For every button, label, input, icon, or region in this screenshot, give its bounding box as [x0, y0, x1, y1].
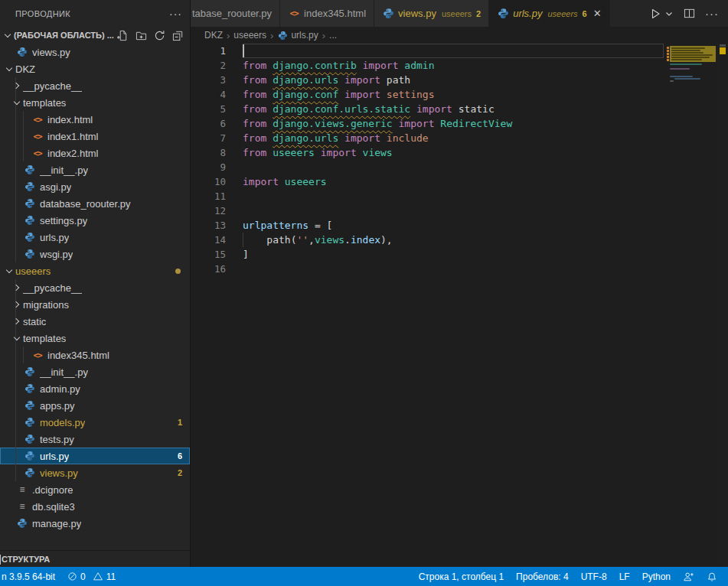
tree-item-__pycache__[interactable]: __pycache__ — [0, 279, 190, 296]
code-line-11[interactable]: 11 — [191, 189, 728, 203]
code-line-3[interactable]: 3from django.urls import path — [191, 73, 728, 87]
tree-item-admin.py[interactable]: admin.py — [0, 380, 190, 397]
code-line-2[interactable]: 2from django.contrib import admin — [191, 58, 728, 73]
tree-item-wsgi.py[interactable]: wsgi.py — [0, 246, 190, 262]
line-number[interactable]: 5 — [191, 102, 226, 116]
tree-item-manage.py[interactable]: manage.py — [0, 515, 190, 532]
indentation-status[interactable]: Пробелов: 4 — [510, 567, 575, 586]
breadcrumb-item-...[interactable]: ... — [329, 30, 337, 41]
tree-item-index2.html[interactable]: <>index2.html — [0, 145, 190, 161]
tree-item-__init__.py[interactable]: __init__.py — [0, 363, 190, 380]
tree-item-urls.py[interactable]: urls.py6 — [0, 448, 190, 464]
code-token: include — [387, 132, 429, 144]
line-number[interactable]: 14 — [191, 233, 226, 247]
line-number[interactable]: 10 — [191, 174, 226, 189]
tree-item-.dcignore[interactable]: ≡.dcignore — [0, 481, 190, 498]
tree-item-migrations[interactable]: migrations — [0, 296, 190, 313]
line-number[interactable]: 4 — [191, 87, 226, 102]
explorer-more-actions-icon[interactable]: ··· — [169, 8, 182, 20]
tab-bar: tabase_roouter.py<>index345.htmlviews.py… — [191, 0, 728, 27]
line-number[interactable]: 16 — [191, 262, 226, 276]
tree-item-database_roouter.py[interactable]: database_roouter.py — [0, 195, 190, 212]
line-number[interactable]: 12 — [191, 203, 226, 218]
collapse-all-icon[interactable] — [171, 29, 184, 41]
cursor-position-status[interactable]: Строка 1, столбец 1 — [413, 567, 510, 586]
code-line-8[interactable]: 8from useeers import views — [191, 145, 728, 160]
python-file-icon — [23, 215, 37, 226]
line-number[interactable]: 15 — [191, 247, 226, 262]
code-line-4[interactable]: 4from django.conf import settings — [191, 87, 728, 102]
code-line-12[interactable]: 12 — [191, 203, 728, 218]
python-file-icon — [15, 47, 29, 57]
more-actions-icon[interactable]: ··· — [705, 7, 719, 20]
python-interpreter-status[interactable]: n 3.9.5 64-bit — [0, 567, 61, 586]
tree-item-db.sqlite3[interactable]: ≡db.sqlite3 — [0, 498, 190, 515]
bell-icon[interactable] — [700, 567, 723, 586]
run-dropdown-icon[interactable] — [665, 7, 673, 21]
tree-item-useeers[interactable]: useeers — [0, 262, 190, 279]
new-folder-icon[interactable] — [135, 29, 147, 41]
breadcrumb-item-useeers[interactable]: useeers — [233, 30, 266, 41]
tree-item-urls.py[interactable]: urls.py — [0, 229, 190, 246]
tree-item-index.html[interactable]: <>index.html — [0, 111, 190, 128]
tree-item-models.py[interactable]: models.py1 — [0, 414, 190, 431]
encoding-status[interactable]: UTF-8 — [575, 567, 613, 586]
code-line-13[interactable]: 13urlpatterns = [ — [191, 218, 728, 233]
code-line-9[interactable]: 9 — [191, 160, 728, 174]
line-number[interactable]: 6 — [191, 116, 226, 131]
line-number[interactable]: 11 — [191, 189, 226, 203]
tree-item-__pycache__[interactable]: __pycache__ — [0, 77, 190, 94]
line-number[interactable]: 9 — [191, 160, 226, 174]
tree-item-apps.py[interactable]: apps.py — [0, 397, 190, 414]
feedback-icon[interactable] — [677, 567, 700, 586]
code-line-16[interactable]: 16 — [191, 262, 728, 276]
tree-item-templates[interactable]: templates — [0, 330, 190, 347]
code-token: from — [243, 74, 273, 86]
tab-tabase_roouter.py[interactable]: tabase_roouter.py — [191, 0, 280, 27]
tab-urls.py[interactable]: urls.pyuseeers6✕ — [489, 0, 609, 27]
indent-guide — [15, 195, 16, 212]
tree-item-tests.py[interactable]: tests.py — [0, 431, 190, 448]
tab-views.py[interactable]: views.pyuseeers2 — [374, 0, 489, 27]
line-number[interactable]: 3 — [191, 73, 226, 87]
tree-item-index345.html[interactable]: <>index345.html — [0, 347, 190, 363]
line-number[interactable]: 7 — [191, 131, 226, 145]
refresh-icon[interactable] — [153, 29, 165, 41]
split-editor-icon[interactable] — [682, 7, 696, 21]
language-mode-status[interactable]: Python — [636, 567, 677, 586]
tree-item-index1.html[interactable]: <>index1.html — [0, 128, 190, 145]
minimap[interactable] — [667, 44, 717, 567]
code-line-7[interactable]: 7from django.urls import include — [191, 131, 728, 145]
code-editor[interactable]: 12from django.contrib import admin3from … — [191, 44, 728, 567]
code-line-10[interactable]: 10import useeers — [191, 174, 728, 189]
tree-item-__init__.py[interactable]: __init__.py — [0, 161, 190, 178]
run-icon[interactable] — [648, 7, 662, 21]
line-number[interactable]: 2 — [191, 58, 226, 73]
code-line-1[interactable]: 1 — [191, 44, 728, 58]
eol-status[interactable]: LF — [613, 567, 636, 586]
tree-item-settings.py[interactable]: settings.py — [0, 212, 190, 229]
line-number[interactable]: 8 — [191, 145, 226, 160]
line-number[interactable]: 1 — [191, 44, 226, 58]
tree-item-asgi.py[interactable]: asgi.py — [0, 178, 190, 195]
tree-item-static[interactable]: static — [0, 313, 190, 330]
problems-status[interactable]: 0 11 — [61, 567, 122, 586]
line-number[interactable]: 13 — [191, 218, 226, 233]
tree-item-DKZ[interactable]: DKZ — [0, 60, 190, 77]
workspace-section-header[interactable]: (РАБОЧАЯ ОБЛАСТЬ) ... — [0, 27, 190, 44]
tree-item-views.py[interactable]: views.py2 — [0, 464, 190, 481]
code-line-15[interactable]: 15] — [191, 247, 728, 262]
python-file-icon — [23, 451, 37, 461]
new-file-icon[interactable] — [116, 29, 129, 41]
tree-item-views.py[interactable]: views.py — [0, 44, 190, 60]
breadcrumb-item-DKZ[interactable]: DKZ — [204, 30, 223, 41]
breadcrumb-item-urls.py[interactable]: urls.py — [277, 30, 318, 41]
code-line-6[interactable]: 6from django.views.generic import Redire… — [191, 116, 728, 131]
code-line-14[interactable]: 14 path('',views.index), — [191, 233, 728, 247]
overview-ruler[interactable] — [717, 44, 728, 567]
tree-item-templates[interactable]: templates — [0, 94, 190, 111]
close-icon[interactable]: ✕ — [593, 8, 602, 19]
outline-section-header[interactable]: СТРУКТУРА — [0, 550, 190, 567]
tab-index345.html[interactable]: <>index345.html — [280, 0, 374, 27]
code-line-5[interactable]: 5from django.conf.urls.static import sta… — [191, 102, 728, 116]
